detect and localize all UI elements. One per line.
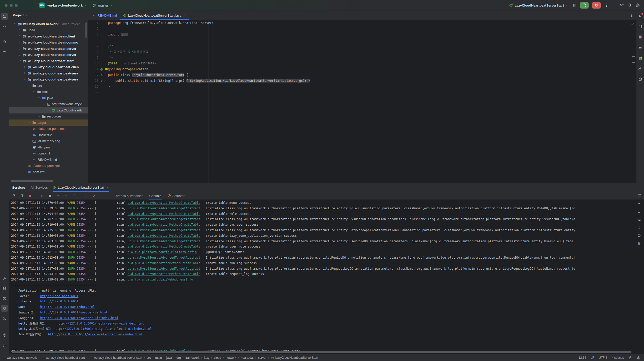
tree-item[interactable]: wu-lazy-cloud-heartbeat-clien: [9, 64, 88, 70]
console-link[interactable]: http://127.0.0.1:6001/netty-client-local…: [53, 327, 152, 331]
comments-tool-button[interactable]: [1, 342, 8, 349]
editor-tab[interactable]: M↓README.md: [89, 11, 120, 20]
tree-vertical-scrollbar[interactable]: [85, 22, 87, 38]
tree-item[interactable]: target: [9, 119, 88, 126]
view-breakpoints-button[interactable]: [83, 193, 89, 198]
tab-threads-variables[interactable]: Threads & Variables: [111, 192, 146, 199]
tree-item[interactable]: mpom.xml: [9, 169, 88, 175]
tree-item[interactable]: wu-lazy-cloud-heartbeat-serv: [9, 70, 88, 76]
intention-bulb-icon[interactable]: [105, 68, 108, 70]
history-tool-button[interactable]: [1, 295, 8, 302]
commit-tool-button[interactable]: [1, 23, 8, 30]
close-window-button[interactable]: [5, 4, 8, 7]
breadcrumb-item[interactable]: main: [155, 356, 162, 359]
console-logger-link[interactable]: e.d.p.m.d.LazyOperationMethodCreateTable: [127, 234, 200, 237]
console-link[interactable]: http://127.0.0.1:6001/swagger-ui/index.h…: [40, 316, 119, 320]
tree-item[interactable]: M↓README.md: [9, 156, 88, 163]
breadcrumb-item[interactable]: java: [166, 356, 172, 359]
tree-item[interactable]: Dockerfile: [9, 132, 88, 138]
tree-item[interactable]: jar-memory.png: [9, 138, 88, 144]
run-console-output[interactable]: 2024-09-28T11:13:14.670+08:00 WARN 25354…: [9, 200, 634, 354]
breadcrumb-item[interactable]: lazy: [204, 356, 209, 359]
code-with-me-button[interactable]: [619, 3, 624, 8]
breadcrumb-item[interactable]: wu-lazy-cloud-heartbeat-start: [41, 356, 85, 359]
folded-region[interactable]: { SpringApplication.run(LazyCloudHeartbe…: [186, 79, 310, 83]
tree-item[interactable]: mpom.xml: [9, 150, 88, 157]
resume-button[interactable]: [39, 193, 45, 198]
chevron-collapsed-icon[interactable]: [23, 65, 27, 69]
tab-console[interactable]: Console: [146, 192, 164, 199]
close-tab-icon[interactable]: [183, 14, 186, 17]
console-logger-link[interactable]: e.d.p.m.d.LazyOperationMethodCreateTable: [127, 223, 200, 226]
project-selector[interactable]: wu-lazy-cloud-network: [47, 4, 87, 7]
database-tool-button[interactable]: [638, 24, 643, 29]
breadcrumb-item[interactable]: cloud: [214, 356, 221, 359]
console-logger-link[interactable]: .c.s.m.MysqlSourceAdvancedTargetAbstract: [127, 267, 200, 270]
code-editor[interactable]: 1package org.framework.lazy.cloud.networ…: [88, 20, 636, 183]
run-line-button[interactable]: [100, 79, 103, 83]
console-logger-link[interactable]: e.d.p.m.d.LazyOperationMethodCreateTable: [127, 245, 200, 248]
console-logger-link[interactable]: o.w.f.w.s.ui.info.LazyWebAddressInfo: [127, 278, 193, 281]
step-over-button[interactable]: [55, 193, 61, 198]
tree-item[interactable]: k8s.yaml: [9, 144, 88, 150]
tree-item[interactable]: wu-lazy-cloud-heartbeat-serv: [9, 76, 88, 83]
settings-button[interactable]: [635, 3, 640, 8]
breadcrumb-item[interactable]: org: [177, 356, 181, 359]
tree-item[interactable]: wu-lazy-cloud-heartbeat-commo: [9, 39, 88, 46]
run-line-button[interactable]: [100, 73, 103, 77]
layout-settings-button[interactable]: [637, 194, 641, 198]
tree-item[interactable]: wu-lazy-cloud-heartbeat-server-: [9, 52, 88, 58]
console-logger-link[interactable]: e.d.p.m.d.LazyOperationMethodCreateTable: [127, 272, 200, 276]
close-tab-icon[interactable]: [106, 186, 109, 189]
tree-item[interactable]: main: [9, 89, 88, 95]
breadcrumb-item[interactable]: wu-lazy-cloud-heartbeat-server-start: [89, 356, 142, 359]
console-logger-link[interactable]: .c.s.m.MysqlSourceAdvancedTargetAbstract: [127, 207, 200, 210]
chevron-collapsed-icon[interactable]: [28, 121, 32, 124]
console-logger-link[interactable]: .c.s.m.MysqlSourceAdvancedTargetAbstract: [127, 256, 200, 259]
breadcrumb-item[interactable]: network: [226, 356, 236, 359]
chevron-expanded-icon[interactable]: [18, 59, 23, 63]
editor-tab[interactable]: LazyCloudHeartbeatServerStart.java: [120, 11, 189, 20]
folded-region[interactable]: ...: [121, 33, 128, 36]
structure-tool-button[interactable]: [1, 38, 8, 45]
rerun-application-button[interactable]: [580, 2, 589, 9]
ai-plugin-tool-button[interactable]: [638, 56, 643, 61]
build-tool-button[interactable]: [1, 275, 8, 282]
tree-item[interactable]: wu-lazy-cloud-network~/IdeaProject: [9, 21, 88, 27]
console-link[interactable]: http://127.0.0.1:6001/acw-local-client-u…: [48, 333, 143, 336]
tree-item[interactable]: </>.flattened-pom.xml: [9, 126, 88, 132]
tab-actuator[interactable]: Actuator: [164, 192, 188, 199]
chevron-collapsed-icon[interactable]: [23, 71, 27, 75]
services-tool-button[interactable]: [1, 305, 8, 312]
chevron-collapsed-icon[interactable]: [18, 28, 23, 32]
chevron-collapsed-icon[interactable]: [18, 53, 23, 57]
console-logger-link[interactable]: o.w.f.a.platform.config.PlatformConfig: [127, 250, 197, 254]
console-logger-link[interactable]: .c.s.m.MysqlSourceAdvancedTargetAbstract: [127, 239, 200, 243]
console-horizontal-scrollbar[interactable]: [12, 351, 631, 353]
maven-tool-button[interactable]: m: [638, 45, 643, 50]
breadcrumb-item[interactable]: src: [147, 356, 151, 359]
gradle-tool-button[interactable]: [638, 66, 643, 71]
tree-horizontal-scrollbar[interactable]: [11, 180, 53, 182]
step-into-button[interactable]: [63, 193, 69, 198]
services-tab[interactable]: All Services: [31, 183, 48, 192]
breadcrumb-item[interactable]: wu-lazy-cloud-network: [3, 356, 37, 359]
fold-region-icon[interactable]: [100, 33, 103, 36]
tree-item[interactable]: </>.flattened-pom.xml: [9, 163, 88, 169]
stop-application-button[interactable]: [592, 2, 601, 9]
problems-tool-button[interactable]: [1, 332, 8, 339]
scroll-down-button[interactable]: [636, 209, 642, 215]
status-widget[interactable]: 4 spaces: [612, 356, 624, 359]
services-tab[interactable]: LazyCloudHeartbeatServerStart: [53, 183, 109, 192]
spring-bean-gutter-icon[interactable]: [100, 68, 103, 71]
clear-button[interactable]: [636, 240, 642, 246]
soft-wrap-button[interactable]: [636, 217, 642, 222]
print-button[interactable]: [636, 232, 642, 238]
run-configuration-selector[interactable]: LazyCloudHeartbeatServerStart: [509, 3, 568, 7]
more-actions-button[interactable]: [604, 3, 609, 8]
maximize-window-button[interactable]: [15, 4, 18, 7]
chevron-expanded-icon[interactable]: [38, 96, 42, 100]
services-panel-title[interactable]: Services: [12, 186, 26, 189]
console-link[interactable]: http://127.0.0.1:6001/netty-server-ui/in…: [57, 322, 144, 325]
stop-button[interactable]: [27, 193, 33, 198]
